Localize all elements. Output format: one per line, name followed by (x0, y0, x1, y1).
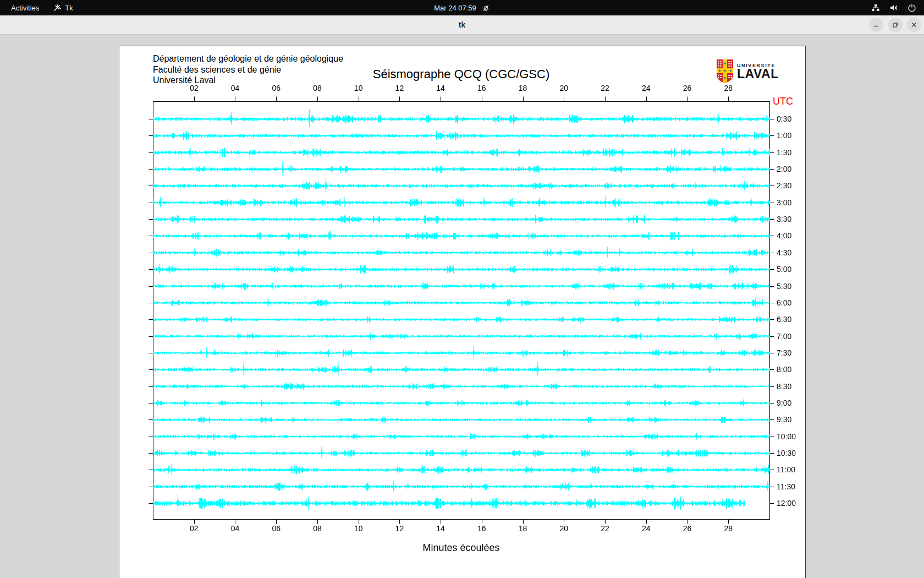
maximize-button[interactable] (888, 18, 903, 32)
x-axis-title: Minutes écoulées (153, 542, 769, 554)
x-tick-label-top: 06 (266, 84, 286, 92)
time-label: 10:00 (777, 432, 805, 441)
x-tick-label-top: 02 (184, 84, 204, 92)
x-tick-label-bottom: 28 (718, 524, 738, 533)
x-tick-label-top: 28 (718, 84, 738, 92)
time-label: 8:00 (777, 365, 805, 374)
power-icon[interactable] (908, 3, 916, 12)
x-tick-label-bottom: 04 (225, 524, 245, 533)
gnome-top-bar: Activities Tk Mar 24 07:59 (0, 0, 924, 15)
x-tick-label-bottom: 02 (184, 524, 204, 533)
x-tick-label-bottom: 14 (431, 524, 450, 533)
time-label: 11:00 (777, 465, 805, 474)
notifications-muted-icon (482, 4, 490, 12)
x-tick-label-top: 10 (349, 84, 369, 92)
helicorder-canvas (119, 46, 805, 578)
time-label: 3:00 (777, 198, 805, 207)
x-tick-label-top: 04 (225, 84, 245, 92)
minimize-button[interactable] (869, 18, 883, 32)
network-wired-icon[interactable] (871, 3, 880, 12)
time-label: 6:00 (777, 298, 805, 307)
window-titlebar: tk (0, 15, 924, 35)
x-tick-label-top: 24 (636, 84, 656, 92)
x-tick-label-top: 08 (307, 84, 327, 92)
focused-app-menu[interactable]: Tk (53, 4, 73, 12)
time-label: 3:30 (777, 215, 805, 223)
x-tick-label-bottom: 24 (636, 524, 656, 533)
x-tick-label-top: 22 (595, 84, 615, 92)
time-label: 2:00 (777, 165, 805, 173)
window-title: tk (0, 15, 924, 34)
time-label: 12:00 (777, 499, 805, 508)
time-label: 7:00 (777, 332, 805, 341)
x-tick-label-bottom: 22 (595, 524, 615, 533)
clock[interactable]: Mar 24 07:59 (434, 4, 476, 12)
x-tick-label-top: 26 (678, 84, 697, 92)
focused-app-name: Tk (65, 4, 73, 12)
time-label: 5:00 (777, 265, 805, 274)
time-label: 4:30 (777, 248, 805, 257)
time-label: 9:00 (777, 399, 805, 407)
tk-icon (53, 4, 61, 12)
x-tick-label-top: 12 (389, 84, 409, 92)
x-tick-label-bottom: 08 (307, 524, 327, 533)
time-label: 7:30 (777, 348, 805, 357)
time-label: 1:00 (777, 131, 805, 140)
time-label: 11:30 (777, 482, 805, 491)
time-label: 2:30 (777, 181, 805, 190)
x-tick-label-bottom: 10 (349, 524, 369, 533)
time-label: 6:30 (777, 315, 805, 324)
activities-button[interactable]: Activities (11, 4, 39, 12)
time-label: 1:30 (777, 148, 805, 157)
x-tick-label-top: 16 (472, 84, 492, 92)
x-tick-label-top: 18 (513, 84, 533, 92)
seismograph-page: Département de géologie et de génie géol… (119, 46, 806, 578)
x-tick-label-bottom: 06 (266, 524, 286, 533)
time-label: 8:30 (777, 382, 805, 391)
time-label: 9:30 (777, 415, 805, 424)
time-label: 5:30 (777, 282, 805, 291)
x-tick-label-bottom: 12 (389, 524, 409, 533)
x-tick-label-bottom: 18 (513, 524, 533, 533)
x-tick-label-top: 14 (431, 84, 450, 92)
x-tick-label-bottom: 26 (678, 524, 697, 533)
time-label: 10:30 (777, 449, 805, 457)
x-tick-label-top: 20 (554, 84, 574, 92)
time-label: 4:00 (777, 231, 805, 240)
x-tick-label-bottom: 16 (472, 524, 492, 533)
time-label: 0:30 (777, 114, 805, 123)
x-tick-label-bottom: 20 (554, 524, 574, 533)
volume-icon[interactable] (889, 3, 898, 12)
close-button[interactable] (907, 18, 921, 32)
